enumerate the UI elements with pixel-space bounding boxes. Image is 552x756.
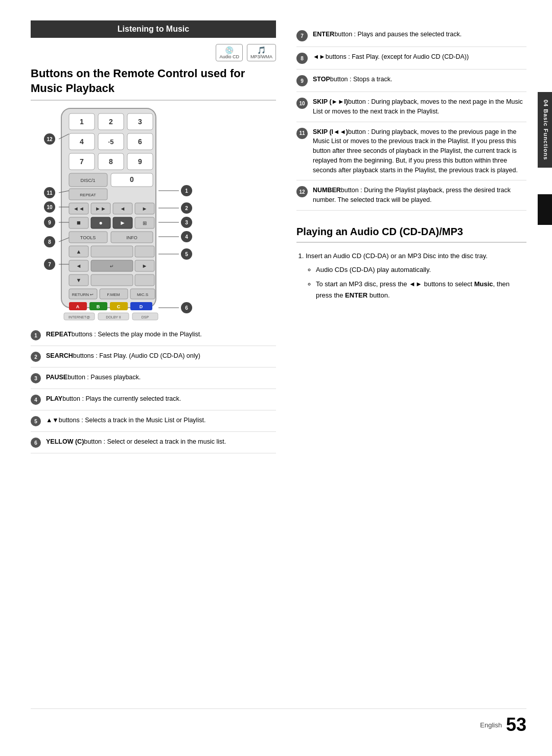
item-text-11: SKIP (I◄◄)button : During playback, move… [313, 127, 526, 175]
svg-text:1: 1 [185, 188, 188, 194]
svg-rect-58 [135, 274, 154, 286]
svg-text:◄: ◄ [76, 263, 82, 269]
svg-text:0: 0 [130, 175, 134, 184]
item-text-7: ENTERbutton : Plays and pauses the selec… [313, 30, 526, 41]
svg-text:MIC.S: MIC.S [137, 292, 148, 297]
svg-text:REPEAT: REPEAT [80, 193, 96, 197]
list-item: 7 ENTERbutton : Plays and pauses the sel… [296, 25, 526, 47]
item-text-6: YELLOW (C)button : Select or deselect a … [46, 437, 276, 448]
svg-text:5: 5 [185, 251, 188, 257]
svg-text:4: 4 [80, 138, 84, 146]
audio-cd-step1: Insert an Audio CD (CD-DA) or an MP3 Dis… [306, 250, 526, 301]
svg-text:6: 6 [185, 305, 188, 311]
svg-text:2: 2 [185, 205, 188, 211]
svg-text:8: 8 [48, 239, 51, 245]
svg-rect-57 [91, 274, 133, 286]
list-item: 4 PLAYbutton : Plays the currently selec… [31, 389, 276, 410]
audio-cd-badge: 💿 Audio CD [216, 44, 243, 61]
page-footer: English 53 [31, 708, 526, 736]
footer-language: English [480, 721, 502, 729]
svg-text:9: 9 [48, 220, 51, 225]
item-text-5: ▲▼buttons : Selects a track in the Music… [46, 416, 276, 426]
list-item: 6 YELLOW (C)button : Select or deselect … [31, 432, 276, 453]
svg-text:▲: ▲ [76, 248, 82, 255]
svg-text:4: 4 [185, 234, 188, 240]
remote-diagram: 1 2 3 4 ·5 6 7 8 9 [31, 106, 204, 320]
side-tab-black [538, 194, 552, 225]
svg-text:F.MEM: F.MEM [107, 292, 120, 297]
svg-text:10: 10 [47, 204, 53, 210]
svg-text:7: 7 [48, 262, 51, 267]
svg-text:TOOLS: TOOLS [80, 235, 96, 240]
svg-text:3: 3 [185, 220, 188, 225]
mp3-wma-label: MP3/WMA [250, 54, 272, 59]
list-item: 10 SKIP (►►I)button : During playback, m… [296, 92, 526, 122]
mp3-wma-badge: 🎵 MP3/WMA [247, 44, 276, 61]
right-num-list: 7 ENTERbutton : Plays and pauses the sel… [296, 25, 526, 211]
svg-text:3: 3 [138, 118, 142, 126]
list-item: 3 PAUSEbutton : Pauses playback. [31, 368, 276, 389]
right-column: 7 ENTERbutton : Plays and pauses the sel… [296, 20, 526, 693]
item-num-10: 10 [296, 98, 308, 109]
svg-text:C: C [117, 304, 121, 309]
svg-text:6: 6 [138, 138, 142, 146]
item-num-2: 2 [31, 352, 41, 362]
item-num-5: 5 [31, 416, 41, 426]
svg-text:►►: ►► [95, 205, 106, 212]
audio-cd-bullet2: To start an MP3 disc, press the ◄► butto… [316, 279, 526, 301]
list-item: 8 ◄►buttons : Fast Play. (except for Aud… [296, 47, 526, 70]
list-item: 12 NUMBERbutton : During the Playlist pl… [296, 180, 526, 211]
item-text-9: STOPbutton : Stops a track. [313, 75, 526, 86]
section-title: Buttons on the Remote Control used for M… [31, 66, 276, 101]
svg-text:DSP: DSP [142, 315, 149, 319]
item-text-2: SEARCHbuttons : Fast Play. (Audio CD (CD… [46, 351, 276, 362]
svg-text:►: ► [142, 263, 148, 269]
list-item: 1 REPEATbuttons : Selects the play mode … [31, 325, 276, 346]
svg-text:■: ■ [77, 219, 81, 226]
svg-text:⊞: ⊞ [143, 220, 147, 226]
svg-text:◄: ◄ [120, 205, 126, 212]
item-text-1: REPEATbuttons : Selects the play mode in… [46, 330, 276, 340]
item-num-11: 11 [296, 128, 308, 139]
svg-text:7: 7 [80, 157, 84, 166]
svg-text:DISC/1: DISC/1 [80, 178, 95, 183]
svg-text:11: 11 [47, 190, 53, 196]
item-text-10: SKIP (►►I)button : During playback, move… [313, 97, 526, 117]
svg-rect-48 [135, 246, 154, 257]
audio-cd-bullet1: Audio CDs (CD-DA) play automatically. [316, 264, 526, 276]
svg-text:1: 1 [80, 118, 84, 126]
svg-text:D: D [140, 304, 143, 309]
list-item: 11 SKIP (I◄◄)button : During playback, m… [296, 122, 526, 181]
remote-svg: 1 2 3 4 ·5 6 7 8 9 [31, 106, 204, 320]
svg-text:·5: ·5 [108, 138, 114, 146]
audio-cd-list: Insert an Audio CD (CD-DA) or an MP3 Dis… [296, 250, 526, 301]
svg-text:◄◄: ◄◄ [73, 205, 84, 212]
item-num-6: 6 [31, 438, 41, 448]
audio-cd-label: Audio CD [219, 54, 239, 59]
list-item: 5 ▲▼buttons : Selects a track in the Mus… [31, 410, 276, 432]
svg-text:►: ► [120, 219, 126, 226]
item-num-9: 9 [296, 75, 308, 86]
svg-text:▼: ▼ [76, 277, 82, 283]
svg-text:2: 2 [109, 118, 113, 126]
left-column: Listening to Music 💿 Audio CD 🎵 MP3/WMA … [31, 20, 276, 693]
item-num-4: 4 [31, 395, 41, 405]
item-num-3: 3 [31, 373, 41, 383]
music-icon: 🎵 [250, 46, 272, 54]
svg-text:8: 8 [109, 157, 113, 166]
svg-text:B: B [97, 304, 100, 309]
svg-rect-47 [91, 246, 133, 257]
item-num-1: 1 [31, 330, 41, 340]
list-item: 2 SEARCHbuttons : Fast Play. (Audio CD (… [31, 346, 276, 368]
side-tab: 04 Basic Functions [538, 92, 552, 168]
section-banner: Listening to Music [31, 20, 276, 38]
svg-text:12: 12 [47, 136, 53, 142]
svg-text:INTERNET@: INTERNET@ [68, 315, 90, 319]
svg-text:9: 9 [138, 157, 142, 166]
svg-text:RETURN ↩: RETURN ↩ [72, 292, 94, 297]
svg-text:DOLBY II: DOLBY II [106, 315, 121, 319]
item-text-3: PAUSEbutton : Pauses playback. [46, 373, 276, 383]
item-num-8: 8 [296, 53, 308, 64]
svg-text:INFO: INFO [126, 235, 137, 240]
item-text-8: ◄►buttons : Fast Play. (except for Audio… [313, 52, 526, 64]
